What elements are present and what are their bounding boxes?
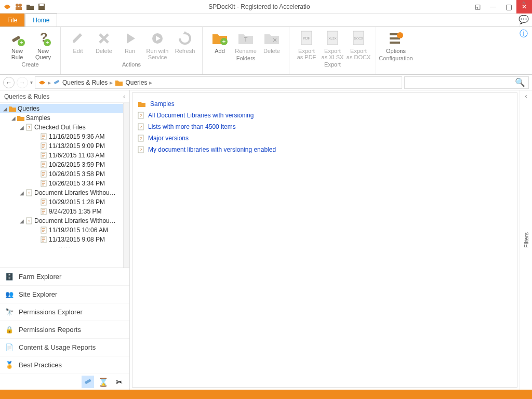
breadcrumb-item-1[interactable]: Queries & Rules [62, 79, 108, 86]
tools-icon[interactable]: ✂ [113, 376, 125, 388]
main-query-link[interactable]: Major versions [148, 135, 189, 142]
tree-node-dlw2[interactable]: ◢? Document Libraries Withou… [0, 216, 129, 225]
save-icon[interactable] [37, 3, 46, 11]
folder-add-icon: + [211, 30, 228, 47]
delete-folder-button[interactable]: ×Delete [259, 29, 285, 55]
nav-content-usage[interactable]: 📄Content & Usage Reports [0, 339, 129, 356]
xlsx-icon: XLSX [324, 30, 341, 47]
group-label-create: Create [0, 61, 60, 69]
edit-button[interactable]: Edit [65, 29, 91, 61]
nav-best-practices[interactable]: 🏅Best Practices [0, 356, 129, 374]
svg-text:?: ? [140, 148, 142, 152]
breadcrumb-item-2[interactable]: Queries [125, 79, 147, 86]
help-icon[interactable]: ⓘ [520, 29, 528, 39]
main-query-item[interactable]: ?All Document Libraries with versioning [138, 110, 512, 121]
open-icon[interactable] [26, 3, 34, 10]
query-icon: ? [138, 112, 144, 119]
svg-rect-26 [54, 79, 60, 84]
main-query-item[interactable]: ?Lists with more than 4500 items [138, 121, 512, 132]
delete-button[interactable]: Delete [91, 29, 117, 61]
nav-forward-button[interactable]: → [17, 77, 28, 88]
tree-node-date[interactable]: 11/6/2015 11:03 AM [0, 151, 129, 160]
main-query-link[interactable]: My document libraries with versioning en… [148, 146, 276, 153]
tree-node-date[interactable]: 10/26/2015 3:34 PM [0, 179, 129, 188]
run-button[interactable]: Run [117, 29, 143, 61]
center-pane: Samples ?All Document Libraries with ver… [130, 90, 532, 390]
tree-node-dlw1[interactable]: ◢? Document Libraries Withou… [0, 188, 129, 197]
restore-down-icon[interactable]: ◱ [470, 0, 485, 14]
new-query-button[interactable]: ?+ New Query [30, 29, 56, 61]
main-query-item[interactable]: ?Major versions [138, 132, 512, 144]
quick-access-toolbar [0, 3, 49, 11]
filters-pane[interactable]: ‹ ⋮ Filters [520, 90, 532, 390]
queries-rules-icon[interactable] [82, 376, 94, 388]
window-title: SPDocKit - Registered to Acceleratio [49, 3, 470, 10]
site-icon: 👥 [5, 290, 14, 298]
tree-node-date[interactable]: 10/26/2015 3:59 PM [0, 160, 129, 169]
svg-text:?: ? [28, 125, 31, 130]
svg-rect-2 [16, 7, 22, 10]
new-rule-button[interactable]: + New Rule [4, 29, 30, 61]
add-folder-button[interactable]: +Add [207, 29, 233, 55]
nav-farm-explorer[interactable]: 🗄️Farm Explorer [0, 268, 129, 286]
tree-node-date[interactable]: 10/26/2015 3:58 PM [0, 169, 129, 179]
title-bar: SPDocKit - Registered to Acceleratio ◱ —… [0, 0, 532, 14]
nav-permissions-reports[interactable]: 🔒Permissions Reports [0, 321, 129, 339]
binoculars-icon: 🔭 [5, 308, 14, 316]
nav-permissions-explorer[interactable]: 🔭Permissions Explorer [0, 303, 129, 321]
options-button[interactable]: Options [380, 29, 411, 55]
nav-site-explorer[interactable]: 👥Site Explorer [0, 286, 129, 303]
export-xlsx-button[interactable]: XLSXExport as XLSX [320, 29, 345, 61]
search-box[interactable]: 🔍 [404, 76, 529, 89]
ribbon-collapse-icon[interactable]: ˄ [522, 1, 526, 10]
collapse-left-icon[interactable]: ‹ [123, 93, 125, 100]
group-label-export: Export [289, 61, 376, 69]
report-icon: 📄 [5, 343, 14, 351]
main-body: Queries & Rules ‹ ◢ Queries ◢ Samples ◢?… [0, 90, 532, 390]
tree-node-date[interactable]: 11/13/2015 9:09 PM [0, 141, 129, 151]
feedback-icon[interactable]: 💬 [518, 15, 529, 24]
main-query-item[interactable]: ?My document libraries with versioning e… [138, 144, 512, 155]
permissions-icon[interactable] [15, 3, 23, 11]
gear-play-icon [149, 30, 166, 47]
nav-history-dropdown[interactable]: ▾ [30, 79, 33, 85]
tree-node-date[interactable]: 10/29/2015 1:28 PM [0, 197, 129, 207]
tab-file[interactable]: File [0, 14, 25, 26]
main-folder-samples[interactable]: Samples [138, 98, 512, 110]
main-query-link[interactable]: Lists with more than 4500 items [148, 123, 236, 130]
tree-node-queries[interactable]: ◢ Queries [0, 104, 129, 113]
tree-view[interactable]: ◢ Queries ◢ Samples ◢? Checked Out Files… [0, 103, 129, 268]
collapse-right-icon[interactable]: ‹ [525, 92, 527, 100]
svg-point-0 [16, 4, 19, 7]
main-query-link[interactable]: All Document Libraries with versioning [148, 112, 254, 119]
ribbon-tabs: File Home ˄ 💬 ⓘ [0, 14, 532, 27]
svg-text:?: ? [28, 191, 31, 195]
export-docx-button[interactable]: DOCXExport as DOCX [345, 29, 371, 61]
tab-home[interactable]: Home [25, 14, 57, 26]
tree-node-date[interactable]: 11/19/2015 10:06 AM [0, 225, 129, 235]
breadcrumb[interactable]: ▸ Queries & Rules ▸ Queries ▸ [35, 76, 402, 89]
tree-node-samples[interactable]: ◢ Samples [0, 113, 129, 123]
export-pdf-button[interactable]: PDFExport as PDF [294, 29, 320, 61]
main-folder-link[interactable]: Samples [150, 100, 175, 108]
svg-text:DOCX: DOCX [354, 37, 363, 40]
refresh-button[interactable]: Refresh [172, 29, 198, 61]
search-icon: 🔍 [515, 77, 525, 87]
hourglass-icon[interactable]: ⌛ [97, 376, 110, 388]
svg-text:+: + [222, 38, 225, 45]
minimize-button[interactable]: — [485, 0, 501, 14]
run-with-service-button[interactable]: Run with Service [143, 29, 172, 61]
group-label-folders: Folders [203, 55, 289, 62]
tree-node-date[interactable]: 11/13/2015 9:08 PM [0, 235, 129, 244]
left-pane: Queries & Rules ‹ ◢ Queries ◢ Samples ◢?… [0, 90, 130, 390]
tree-node-date[interactable]: 11/16/2015 9:36 AM [0, 132, 129, 141]
tree-node-checked-out[interactable]: ◢? Checked Out Files [0, 123, 129, 132]
ribbon-group-config: Options Configuration [376, 27, 416, 74]
nav-back-button[interactable]: ← [3, 77, 15, 88]
svg-point-1 [19, 4, 22, 7]
tree-scrollbar[interactable] [123, 103, 129, 268]
tree-node-date[interactable]: 9/24/2015 1:35 PM [0, 207, 129, 216]
play-icon [122, 30, 138, 47]
maximize-button[interactable]: ▢ [501, 0, 516, 14]
rename-folder-button[interactable]: TRename [233, 29, 259, 55]
